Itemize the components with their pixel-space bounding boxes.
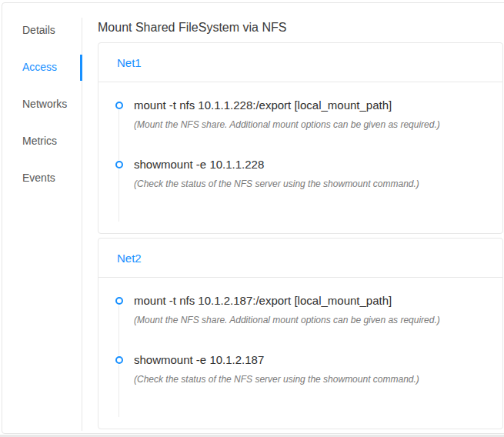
- sidebar-tabs: Details Access Networks Metrics Events: [2, 18, 82, 431]
- showmount-command-note: (Check the status of the NFS server usin…: [134, 374, 484, 385]
- network-card-header: Net1: [98, 43, 502, 82]
- showmount-command-note: (Check the status of the NFS server usin…: [134, 178, 484, 190]
- sidebar-item-networks[interactable]: Networks: [2, 92, 82, 116]
- network-card-body: mount -t nfs 10.1.2.187:/export [local_m…: [98, 278, 502, 429]
- timeline-tail: [118, 305, 119, 355]
- network-name: Net1: [117, 56, 142, 69]
- network-card-header: Net2: [98, 239, 502, 278]
- sidebar-item-access[interactable]: Access: [2, 55, 82, 79]
- active-tab-indicator: [80, 55, 82, 81]
- timeline-dot-icon: [115, 161, 123, 168]
- timeline-tail: [118, 365, 119, 417]
- timeline-dot-icon: [115, 297, 123, 305]
- mount-command-note: (Mount the NFS share. Additional mount o…: [134, 119, 484, 131]
- sidebar-item-metrics[interactable]: Metrics: [2, 128, 82, 153]
- timeline-dot-icon: [115, 102, 123, 109]
- tab-label: Events: [22, 172, 55, 184]
- timeline-tail: [118, 110, 119, 160]
- page-title: Mount Shared FileSystem via NFS: [98, 20, 503, 35]
- main-content: Mount Shared FileSystem via NFS Net1 mou…: [82, 3, 504, 433]
- timeline-item: showmount -e 10.1.2.187 (Check the statu…: [115, 352, 484, 385]
- tab-label: Networks: [22, 98, 67, 110]
- timeline-dot-icon: [115, 356, 123, 364]
- mount-command-note: (Mount the NFS share. Additional mount o…: [134, 315, 484, 326]
- sidebar-item-details[interactable]: Details: [2, 18, 82, 42]
- access-panel: Details Access Networks Metrics Events M…: [2, 2, 504, 434]
- timeline-item: mount -t nfs 10.1.1.228:/export [local_m…: [115, 98, 484, 157]
- network-card-net1: Net1 mount -t nfs 10.1.1.228:/export [lo…: [98, 42, 503, 234]
- timeline-tail: [118, 169, 119, 222]
- network-name: Net2: [117, 252, 142, 265]
- timeline-item: mount -t nfs 10.1.2.187:/export [local_m…: [115, 293, 484, 352]
- mount-command: mount -t nfs 10.1.2.187:/export [local_m…: [134, 293, 484, 308]
- timeline-item: showmount -e 10.1.1.228 (Check the statu…: [115, 157, 484, 190]
- tab-label: Details: [22, 24, 55, 36]
- tab-label: Metrics: [22, 135, 57, 147]
- mount-command: mount -t nfs 10.1.1.228:/export [local_m…: [134, 98, 484, 112]
- sidebar-item-events[interactable]: Events: [2, 165, 82, 190]
- network-card-body: mount -t nfs 10.1.1.228:/export [local_m…: [98, 82, 502, 233]
- showmount-command: showmount -e 10.1.1.228: [134, 157, 484, 172]
- tab-label: Access: [22, 61, 57, 73]
- showmount-command: showmount -e 10.1.2.187: [134, 352, 484, 367]
- network-card-net2: Net2 mount -t nfs 10.1.2.187:/export [lo…: [98, 238, 503, 429]
